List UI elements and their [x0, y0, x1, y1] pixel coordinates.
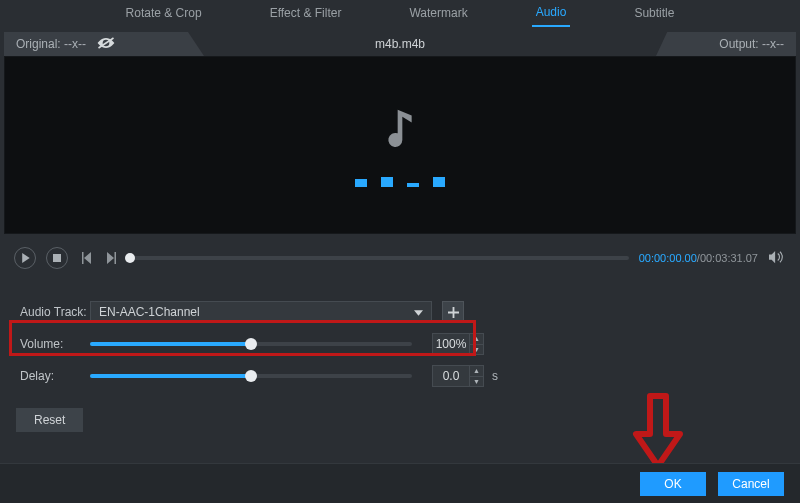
delay-down[interactable]: ▼ [470, 377, 483, 387]
delay-label: Delay: [20, 369, 90, 383]
delay-value-box[interactable]: 0.0 ▲ ▼ [432, 365, 484, 387]
delay-spinner: ▲ ▼ [469, 366, 483, 386]
output-label: Output: --x-- [719, 37, 784, 51]
delay-unit: s [492, 369, 498, 383]
audio-track-value: EN-AAC-1Channel [99, 305, 200, 319]
volume-spinner: ▲ ▼ [469, 334, 483, 354]
tab-watermark[interactable]: Watermark [405, 1, 471, 26]
tab-effect-filter[interactable]: Effect & Filter [266, 1, 346, 26]
tab-audio[interactable]: Audio [532, 0, 571, 27]
volume-slider[interactable] [90, 342, 412, 346]
volume-label: Volume: [20, 337, 90, 351]
equalizer-icon [355, 169, 445, 187]
volume-value: 100% [433, 334, 469, 354]
add-track-button[interactable] [442, 301, 464, 323]
volume-row: Volume: 100% ▲ ▼ [20, 328, 780, 360]
delay-slider[interactable] [90, 374, 412, 378]
audio-track-row: Audio Track: EN-AAC-1Channel [20, 296, 780, 328]
time-current: 00:00:00.00 [639, 252, 697, 264]
volume-down[interactable]: ▼ [470, 345, 483, 355]
time-total: 00:03:31.07 [700, 252, 758, 264]
audio-track-label: Audio Track: [20, 305, 90, 319]
volume-icon[interactable] [768, 250, 786, 267]
preview-header: Original: --x-- m4b.m4b Output: --x-- [4, 32, 796, 56]
audio-controls: Audio Track: EN-AAC-1Channel Volume: 100… [4, 296, 796, 392]
reset-button[interactable]: Reset [16, 408, 83, 432]
output-info: Output: --x-- [656, 32, 796, 56]
next-frame-button[interactable] [104, 252, 120, 264]
volume-thumb[interactable] [245, 338, 257, 350]
timeline-slider[interactable] [130, 256, 629, 260]
svg-rect-1 [53, 254, 61, 262]
chevron-down-icon [414, 305, 423, 319]
music-note-icon [386, 104, 414, 151]
tab-subtitle[interactable]: Subtitle [630, 1, 678, 26]
audio-track-select[interactable]: EN-AAC-1Channel [90, 301, 432, 323]
stop-button[interactable] [46, 247, 68, 269]
delay-thumb[interactable] [245, 370, 257, 382]
prev-frame-button[interactable] [78, 252, 94, 264]
volume-value-box[interactable]: 100% ▲ ▼ [432, 333, 484, 355]
delay-up[interactable]: ▲ [470, 366, 483, 377]
time-display: 00:00:00.00/00:03:31.07 [639, 252, 758, 264]
timeline-thumb[interactable] [125, 253, 135, 263]
play-button[interactable] [14, 247, 36, 269]
volume-up[interactable]: ▲ [470, 334, 483, 345]
tab-bar: Rotate & Crop Effect & Filter Watermark … [0, 0, 800, 26]
delay-row: Delay: 0.0 ▲ ▼ s [20, 360, 780, 392]
media-preview [4, 56, 796, 234]
delay-value: 0.0 [433, 366, 469, 386]
playback-bar: 00:00:00.00/00:03:31.07 [4, 238, 796, 278]
ok-button[interactable]: OK [640, 472, 706, 496]
tab-rotate-crop[interactable]: Rotate & Crop [122, 1, 206, 26]
cancel-button[interactable]: Cancel [718, 472, 784, 496]
dialog-footer: OK Cancel [0, 463, 800, 503]
